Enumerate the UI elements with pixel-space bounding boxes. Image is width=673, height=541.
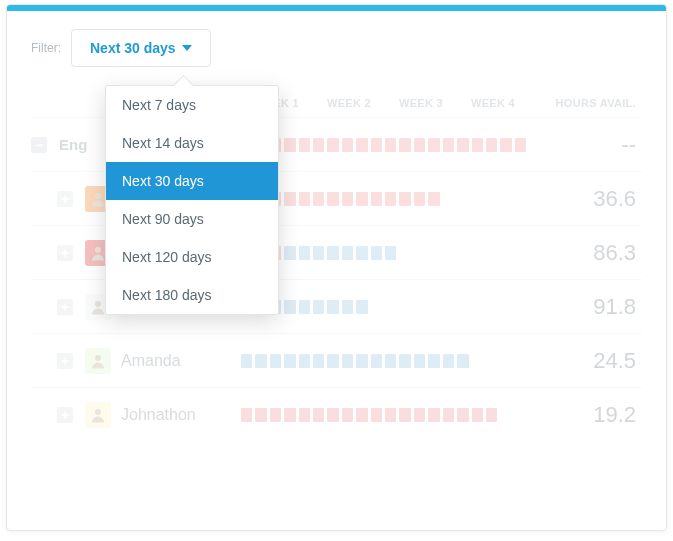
expand-icon[interactable]: + bbox=[57, 191, 73, 207]
filter-selected-text: Next 30 days bbox=[90, 40, 176, 56]
filter-option[interactable]: Next 90 days bbox=[106, 200, 278, 238]
bar-segment bbox=[399, 246, 410, 260]
bar-segment bbox=[457, 300, 468, 314]
bar-segment bbox=[270, 408, 281, 422]
bar-segment bbox=[356, 300, 367, 314]
bar-segment bbox=[472, 138, 483, 152]
bar-segment bbox=[457, 246, 468, 260]
bar-segment bbox=[399, 354, 410, 368]
bar-segment bbox=[327, 138, 338, 152]
bar-segment bbox=[500, 354, 511, 368]
bar-segment bbox=[299, 354, 310, 368]
collapse-icon[interactable]: − bbox=[31, 137, 47, 153]
expand-icon[interactable]: + bbox=[57, 245, 73, 261]
expand-icon[interactable]: + bbox=[57, 407, 73, 423]
bar-segment bbox=[371, 138, 382, 152]
group-bars bbox=[241, 138, 529, 152]
filter-option[interactable]: Next 30 days bbox=[106, 162, 278, 200]
col-hours: HOURS AVAIL. bbox=[529, 97, 642, 109]
filter-option[interactable]: Next 14 days bbox=[106, 124, 278, 162]
bar-segment bbox=[515, 138, 526, 152]
col-week2: WEEK 2 bbox=[313, 97, 385, 109]
bar-segment bbox=[414, 192, 425, 206]
bar-segment bbox=[385, 354, 396, 368]
bar-segment bbox=[443, 246, 454, 260]
svg-point-0 bbox=[95, 193, 101, 199]
bar-segment bbox=[472, 192, 483, 206]
bar-segment bbox=[327, 246, 338, 260]
bar-segment bbox=[515, 300, 526, 314]
bar-segment bbox=[443, 192, 454, 206]
bar-segment bbox=[457, 408, 468, 422]
bar-segment bbox=[313, 408, 324, 422]
bar-segment bbox=[428, 300, 439, 314]
bar-segment bbox=[299, 300, 310, 314]
bar-segment bbox=[472, 300, 483, 314]
svg-point-4 bbox=[95, 409, 101, 415]
bar-segment bbox=[299, 408, 310, 422]
bar-segment bbox=[356, 408, 367, 422]
bar-segment bbox=[428, 192, 439, 206]
bar-segment bbox=[486, 138, 497, 152]
bar-segment bbox=[385, 300, 396, 314]
bar-segment bbox=[428, 354, 439, 368]
svg-point-1 bbox=[95, 247, 101, 253]
bar-segment bbox=[443, 354, 454, 368]
bar-segment bbox=[241, 354, 252, 368]
bar-segment bbox=[500, 246, 511, 260]
bar-segment bbox=[500, 138, 511, 152]
bar-segment bbox=[399, 192, 410, 206]
bar-segment bbox=[414, 246, 425, 260]
bar-segment bbox=[299, 192, 310, 206]
bar-segment bbox=[385, 138, 396, 152]
bar-segment bbox=[385, 246, 396, 260]
bar-segment bbox=[356, 354, 367, 368]
bar-segment bbox=[472, 408, 483, 422]
bar-segment bbox=[399, 138, 410, 152]
filter-option[interactable]: Next 120 days bbox=[106, 238, 278, 276]
bar-segment bbox=[486, 246, 497, 260]
person-name: Amanda bbox=[121, 352, 181, 370]
bar-segment bbox=[472, 246, 483, 260]
bar-segment bbox=[284, 246, 295, 260]
group-name: Eng bbox=[59, 136, 87, 153]
bar-segment bbox=[342, 408, 353, 422]
svg-point-3 bbox=[95, 355, 101, 361]
bar-segment bbox=[356, 192, 367, 206]
bar-segment bbox=[486, 300, 497, 314]
bar-segment bbox=[500, 300, 511, 314]
bar-segment bbox=[284, 354, 295, 368]
bar-segment bbox=[486, 354, 497, 368]
bar-segment bbox=[342, 192, 353, 206]
expand-icon[interactable]: + bbox=[57, 353, 73, 369]
filter-option[interactable]: Next 180 days bbox=[106, 276, 278, 314]
bar-segment bbox=[270, 354, 281, 368]
bar-segment bbox=[313, 354, 324, 368]
panel: Filter: Next 30 days WEEK 1 WEEK 2 WEEK … bbox=[6, 4, 667, 531]
filter-dropdown-menu: Next 7 daysNext 14 daysNext 30 daysNext … bbox=[105, 85, 279, 315]
bar-segment bbox=[342, 246, 353, 260]
filter-row: Filter: Next 30 days bbox=[31, 29, 642, 67]
filter-option[interactable]: Next 7 days bbox=[106, 86, 278, 124]
hours-value: 86.3 bbox=[529, 240, 642, 266]
bar-segment bbox=[457, 354, 468, 368]
bar-segment bbox=[385, 192, 396, 206]
bar-segment bbox=[457, 138, 468, 152]
bar-segment bbox=[327, 354, 338, 368]
chevron-down-icon bbox=[182, 45, 192, 51]
bar-segment bbox=[486, 192, 497, 206]
bar-segment bbox=[284, 408, 295, 422]
bar-segment bbox=[371, 246, 382, 260]
expand-icon[interactable]: + bbox=[57, 299, 73, 315]
bar-segment bbox=[284, 300, 295, 314]
table-row: +Johnathon19.2 bbox=[31, 387, 642, 441]
bar-segment bbox=[428, 246, 439, 260]
bar-segment bbox=[299, 138, 310, 152]
bar-segment bbox=[255, 354, 266, 368]
col-week3: WEEK 3 bbox=[385, 97, 457, 109]
availability-bars bbox=[241, 192, 529, 206]
bar-segment bbox=[371, 408, 382, 422]
filter-dropdown-button[interactable]: Next 30 days bbox=[71, 29, 211, 67]
bar-segment bbox=[313, 192, 324, 206]
bar-segment bbox=[284, 192, 295, 206]
